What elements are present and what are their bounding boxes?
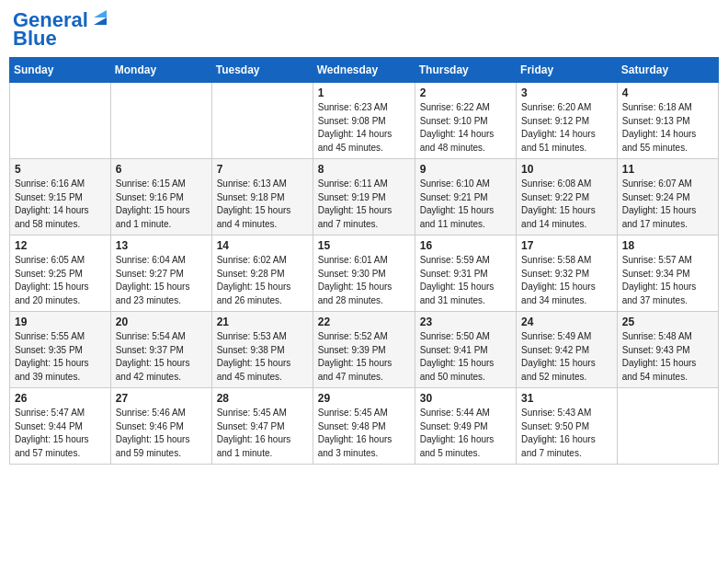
day-number: 19	[15, 316, 106, 328]
day-of-week-header: Tuesday	[211, 58, 313, 83]
day-number: 23	[420, 316, 511, 328]
day-number: 22	[318, 316, 410, 328]
day-number: 25	[622, 316, 713, 328]
calendar-week-row: 12Sunrise: 6:05 AM Sunset: 9:25 PM Dayli…	[10, 236, 719, 312]
day-number: 5	[15, 163, 106, 176]
day-info: Sunrise: 5:43 AM Sunset: 9:50 PM Dayligh…	[521, 407, 612, 460]
calendar-cell: 4Sunrise: 6:18 AM Sunset: 9:13 PM Daylig…	[617, 83, 718, 159]
day-number: 6	[116, 163, 207, 176]
day-info: Sunrise: 5:50 AM Sunset: 9:41 PM Dayligh…	[420, 330, 511, 384]
day-of-week-header: Wednesday	[313, 58, 415, 83]
day-info: Sunrise: 5:46 AM Sunset: 9:46 PM Dayligh…	[116, 407, 207, 460]
day-info: Sunrise: 5:47 AM Sunset: 9:44 PM Dayligh…	[15, 407, 106, 460]
calendar-cell: 17Sunrise: 5:58 AM Sunset: 9:32 PM Dayli…	[517, 236, 618, 312]
day-number: 4	[622, 86, 713, 99]
day-number: 9	[420, 163, 511, 176]
calendar-week-row: 1Sunrise: 6:23 AM Sunset: 9:08 PM Daylig…	[10, 83, 719, 159]
calendar-cell: 9Sunrise: 6:10 AM Sunset: 9:21 PM Daylig…	[415, 159, 516, 236]
page-header: General Blue	[9, 9, 719, 50]
day-number: 2	[420, 86, 511, 99]
calendar-cell: 24Sunrise: 5:49 AM Sunset: 9:42 PM Dayli…	[517, 312, 618, 388]
day-number: 14	[217, 239, 308, 252]
calendar-cell: 30Sunrise: 5:44 AM Sunset: 9:49 PM Dayli…	[415, 388, 516, 465]
day-info: Sunrise: 5:45 AM Sunset: 9:48 PM Dayligh…	[318, 407, 410, 460]
svg-marker-1	[94, 10, 107, 17]
calendar-table: SundayMondayTuesdayWednesdayThursdayFrid…	[9, 57, 719, 465]
calendar-cell	[211, 83, 313, 159]
day-info: Sunrise: 6:02 AM Sunset: 9:28 PM Dayligh…	[217, 254, 308, 307]
day-info: Sunrise: 6:04 AM Sunset: 9:27 PM Dayligh…	[116, 254, 207, 307]
calendar-cell: 13Sunrise: 6:04 AM Sunset: 9:27 PM Dayli…	[110, 236, 211, 312]
day-info: Sunrise: 5:45 AM Sunset: 9:47 PM Dayligh…	[217, 407, 308, 460]
calendar-cell: 28Sunrise: 5:45 AM Sunset: 9:47 PM Dayli…	[211, 388, 313, 465]
day-number: 15	[318, 239, 410, 252]
day-number: 11	[622, 163, 713, 176]
calendar-cell: 27Sunrise: 5:46 AM Sunset: 9:46 PM Dayli…	[110, 388, 211, 465]
day-info: Sunrise: 5:57 AM Sunset: 9:34 PM Dayligh…	[622, 254, 713, 307]
calendar-cell	[10, 83, 111, 159]
day-number: 3	[521, 86, 612, 99]
calendar-cell: 6Sunrise: 6:15 AM Sunset: 9:16 PM Daylig…	[110, 159, 211, 236]
day-info: Sunrise: 6:01 AM Sunset: 9:30 PM Dayligh…	[318, 254, 410, 307]
calendar-cell: 25Sunrise: 5:48 AM Sunset: 9:43 PM Dayli…	[617, 312, 718, 388]
calendar-cell: 3Sunrise: 6:20 AM Sunset: 9:12 PM Daylig…	[517, 83, 618, 159]
day-number: 10	[521, 163, 612, 176]
day-number: 24	[521, 316, 612, 328]
calendar-cell: 20Sunrise: 5:54 AM Sunset: 9:37 PM Dayli…	[110, 312, 211, 388]
calendar-cell: 7Sunrise: 6:13 AM Sunset: 9:18 PM Daylig…	[211, 159, 313, 236]
calendar-week-row: 5Sunrise: 6:16 AM Sunset: 9:15 PM Daylig…	[10, 159, 719, 236]
day-of-week-header: Thursday	[415, 58, 516, 83]
day-of-week-header: Monday	[110, 58, 211, 83]
logo-text-blue: Blue	[13, 28, 57, 50]
day-number: 31	[521, 392, 612, 405]
day-info: Sunrise: 6:07 AM Sunset: 9:24 PM Dayligh…	[622, 178, 713, 231]
day-info: Sunrise: 6:23 AM Sunset: 9:08 PM Dayligh…	[318, 101, 410, 155]
day-info: Sunrise: 6:15 AM Sunset: 9:16 PM Dayligh…	[116, 178, 207, 231]
day-number: 30	[420, 392, 511, 405]
calendar-cell: 21Sunrise: 5:53 AM Sunset: 9:38 PM Dayli…	[211, 312, 313, 388]
calendar-cell: 23Sunrise: 5:50 AM Sunset: 9:41 PM Dayli…	[415, 312, 516, 388]
calendar-cell: 18Sunrise: 5:57 AM Sunset: 9:34 PM Dayli…	[617, 236, 718, 312]
calendar-cell: 12Sunrise: 6:05 AM Sunset: 9:25 PM Dayli…	[10, 236, 111, 312]
calendar-cell: 10Sunrise: 6:08 AM Sunset: 9:22 PM Dayli…	[517, 159, 618, 236]
calendar-cell: 16Sunrise: 5:59 AM Sunset: 9:31 PM Dayli…	[415, 236, 516, 312]
day-number: 8	[318, 163, 410, 176]
calendar-cell: 29Sunrise: 5:45 AM Sunset: 9:48 PM Dayli…	[313, 388, 415, 465]
calendar-week-row: 26Sunrise: 5:47 AM Sunset: 9:44 PM Dayli…	[10, 388, 719, 465]
calendar-cell	[617, 388, 718, 465]
day-info: Sunrise: 5:55 AM Sunset: 9:35 PM Dayligh…	[15, 330, 106, 384]
day-info: Sunrise: 6:08 AM Sunset: 9:22 PM Dayligh…	[521, 178, 612, 231]
day-info: Sunrise: 6:22 AM Sunset: 9:10 PM Dayligh…	[420, 101, 511, 155]
logo-icon	[90, 8, 110, 29]
day-of-week-header: Saturday	[617, 58, 718, 83]
calendar-cell: 14Sunrise: 6:02 AM Sunset: 9:28 PM Dayli…	[211, 236, 313, 312]
day-number: 13	[116, 239, 207, 252]
day-number: 29	[318, 392, 410, 405]
day-number: 20	[116, 316, 207, 328]
day-number: 7	[217, 163, 308, 176]
svg-marker-0	[94, 17, 107, 25]
day-info: Sunrise: 6:10 AM Sunset: 9:21 PM Dayligh…	[420, 178, 511, 231]
calendar-cell: 19Sunrise: 5:55 AM Sunset: 9:35 PM Dayli…	[10, 312, 111, 388]
day-number: 12	[15, 239, 106, 252]
calendar-cell: 11Sunrise: 6:07 AM Sunset: 9:24 PM Dayli…	[617, 159, 718, 236]
day-number: 1	[318, 86, 410, 99]
calendar-cell	[110, 83, 211, 159]
day-number: 28	[217, 392, 308, 405]
day-info: Sunrise: 5:49 AM Sunset: 9:42 PM Dayligh…	[521, 330, 612, 384]
day-of-week-header: Friday	[517, 58, 618, 83]
day-info: Sunrise: 5:44 AM Sunset: 9:49 PM Dayligh…	[420, 407, 511, 460]
day-number: 27	[116, 392, 207, 405]
calendar-header-row: SundayMondayTuesdayWednesdayThursdayFrid…	[10, 58, 719, 83]
day-info: Sunrise: 5:59 AM Sunset: 9:31 PM Dayligh…	[420, 254, 511, 307]
calendar-cell: 26Sunrise: 5:47 AM Sunset: 9:44 PM Dayli…	[10, 388, 111, 465]
day-info: Sunrise: 6:20 AM Sunset: 9:12 PM Dayligh…	[521, 101, 612, 155]
calendar-cell: 15Sunrise: 6:01 AM Sunset: 9:30 PM Dayli…	[313, 236, 415, 312]
day-info: Sunrise: 5:58 AM Sunset: 9:32 PM Dayligh…	[521, 254, 612, 307]
day-info: Sunrise: 5:53 AM Sunset: 9:38 PM Dayligh…	[217, 330, 308, 384]
day-info: Sunrise: 6:05 AM Sunset: 9:25 PM Dayligh…	[15, 254, 106, 307]
calendar-cell: 2Sunrise: 6:22 AM Sunset: 9:10 PM Daylig…	[415, 83, 516, 159]
day-info: Sunrise: 6:16 AM Sunset: 9:15 PM Dayligh…	[15, 178, 106, 231]
day-number: 18	[622, 239, 713, 252]
day-info: Sunrise: 6:11 AM Sunset: 9:19 PM Dayligh…	[318, 178, 410, 231]
